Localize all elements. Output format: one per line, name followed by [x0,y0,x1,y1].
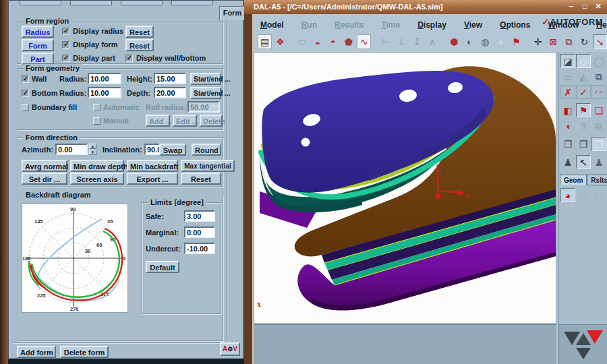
display-wall-checkbox[interactable] [125,55,133,62]
reset-form-button[interactable]: Reset [125,39,154,51]
marginal-input[interactable] [184,226,215,238]
group-form-region: Form region Radius Form Part Display rad… [17,21,223,64]
die-upper-icon[interactable]: ◒ [310,34,324,49]
tabpage-edge [226,20,227,341]
safe-input[interactable] [184,210,215,222]
tool-die-icon[interactable]: ❖ [273,34,287,49]
red-cross-box-icon[interactable]: ⊠ [546,34,560,49]
bottom-radius-input[interactable] [88,87,121,98]
card-reject-icon[interactable]: ✗ [560,85,575,99]
boundary-fill-checkbox[interactable] [22,104,29,111]
part-surface-icon[interactable]: ◪ [560,54,575,68]
window-b-icon[interactable]: ❐ [576,137,591,151]
title-bar[interactable]: DAL-A5 - [/C=/Users/Administrator/QMW-DA… [244,0,607,14]
report-icon[interactable]: ▤ [258,34,272,49]
wall-checkbox[interactable] [22,75,29,83]
group-title: Backdraft diagram [23,191,94,200]
logo-triangle-bottom-icon [576,348,591,359]
tool-mesh-icon[interactable]: ⬢ [447,34,461,49]
export-button[interactable]: Export ... [127,173,178,185]
round-button[interactable]: Round [192,144,221,156]
wall-radius-input[interactable] [88,73,121,84]
screen-axis-button[interactable]: Screen axis [70,173,124,185]
window-c-icon[interactable]: ❐ [591,137,606,151]
sphere-mesh-icon[interactable]: ◍ [478,34,492,49]
autoform-wordmark: ✓ AUTOFORM [542,17,603,27]
dialog-tabstub[interactable] [171,1,213,5]
sphere-mesh-dark-icon[interactable]: ◐ [463,34,477,49]
sheet-stack-icon[interactable]: ⧉ [591,69,606,84]
red-sheet-icon[interactable]: ❏ [591,103,606,117]
minimize-button[interactable]: – [567,1,576,11]
surface-icon[interactable]: ◇ [576,54,591,68]
red-sphere-icon[interactable]: ◕ [560,188,575,202]
reset-direction-button[interactable]: Reset [181,173,221,185]
dialog-tabstub[interactable] [70,1,112,5]
curl-edge-icon[interactable]: ◖ [560,119,575,133]
menu-display[interactable]: Display [417,20,446,30]
undercut-input[interactable] [184,243,215,254]
max-tangential-button[interactable]: Max tangential [181,160,235,172]
azimuth-down[interactable]: ▼ [89,150,96,155]
display-form-checkbox[interactable] [62,41,69,49]
flag-icon[interactable]: ⚑ [509,34,523,49]
punch-icon[interactable]: ⬟ [341,34,355,49]
bottom-checkbox[interactable] [22,90,29,97]
angle-0: 0 [123,255,125,262]
dialog-tabstub[interactable] [20,1,61,5]
add-form-button[interactable]: Add form [17,346,56,358]
depth-input[interactable] [154,87,186,98]
display-part-label: Display part [73,54,115,62]
roll-radius-input [187,101,220,113]
window-a-icon[interactable]: ❐ [560,137,575,151]
copy-rotate-icon[interactable]: ⧉ [562,34,576,49]
cursor-icon[interactable]: ↖ [576,155,591,169]
manual-checkbox [93,117,100,125]
dialog-tabstub[interactable] [121,1,163,5]
person-icon[interactable]: ♟ [560,155,575,169]
min-backdraft-button[interactable]: Min backdraft [127,160,178,172]
tab-geom[interactable]: Geom [560,175,587,185]
menu-model[interactable]: Model [260,20,284,30]
boundary-fill-label: Boundary fill [32,103,77,111]
angle-135: 135 [34,218,43,224]
delete-form-button[interactable]: Delete form [60,346,109,358]
form-dialog: Form 1 Form region Radius Form Part Disp… [8,0,244,359]
swap-button[interactable]: Swap [159,144,186,156]
add-button: Add ... [146,115,170,127]
card-accept-all-icon[interactable]: ✓✓ [591,85,606,99]
form-button[interactable]: Form [22,39,54,51]
red-flag-icon[interactable]: ⚑ [576,103,591,117]
bottom-startend-button[interactable]: Start/end ... [190,87,221,99]
tab-rslts[interactable]: Rslts [587,175,607,185]
maximize-button[interactable]: □ [580,1,589,11]
min-draw-depth-button[interactable]: Min draw depth [70,160,124,172]
axis-icon[interactable]: ✛ [531,34,545,49]
radius-button[interactable]: Radius [22,26,54,38]
menu-view[interactable]: View [464,20,482,30]
display-radius-checkbox[interactable] [62,28,69,35]
toolbar-separator [525,34,529,49]
azimuth-up[interactable]: ▲ [89,144,96,149]
reset-radius-button[interactable]: Reset [125,26,154,38]
viewport-3d[interactable]: z x x [254,52,556,324]
default-button[interactable]: Default [146,261,179,273]
azimuth-input[interactable] [55,144,88,155]
part-button[interactable]: Part [22,53,54,65]
die-lower-icon[interactable]: ◓ [326,34,340,49]
person-sheet-icon[interactable]: ♟ [591,155,606,169]
display-part-checkbox[interactable] [62,55,69,62]
set-dir-button[interactable]: Set dir ... [22,173,67,185]
direction-select-icon[interactable]: ↘ [593,34,607,49]
quadrant-icon[interactable]: ◧ [560,103,575,117]
menu-options[interactable]: Options [500,20,530,30]
card-accept-icon[interactable]: ✓ [576,85,591,99]
curve-chart-icon[interactable]: ∿ [357,34,371,49]
height-input[interactable] [154,73,186,84]
close-button[interactable]: ✕ [594,1,603,11]
group-title: Form region [23,17,71,26]
avrg-normal-button[interactable]: Avrg normal [22,160,67,172]
sphere-solid-icon[interactable]: ● [494,34,508,49]
rotate-icon[interactable]: ↻ [577,34,591,49]
wall-startend-button[interactable]: Start/end ... [190,73,221,85]
